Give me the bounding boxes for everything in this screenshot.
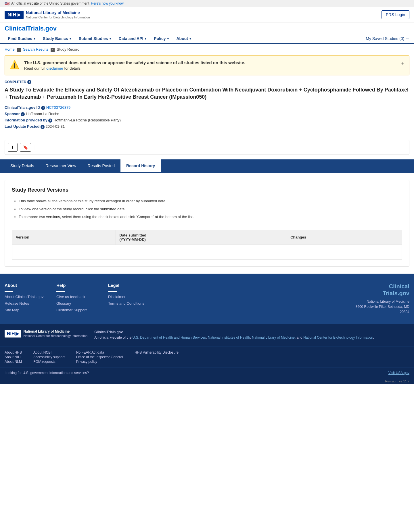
tab-researcher-view[interactable]: Researcher View [40,159,82,173]
footer-hhs-link[interactable]: U.S. Department of Health and Human Serv… [133,335,206,340]
footer-bottom-inner: NIH ▶ National Library of Medicine Natio… [5,329,409,340]
nav-links: Find Studies ▼ Study Basics ▼ Submit Stu… [5,34,409,43]
footer-ncbi-about-link[interactable]: About NCBI [33,350,51,354]
versions-table: Version Date submitted(YYYY-MM-DD) Chang… [12,230,402,259]
ct-nav: ClinicalTrials.gov Find Studies ▼ Study … [0,22,414,44]
nav-find-studies[interactable]: Find Studies ▼ [5,34,39,43]
footer-fear-link[interactable]: No FEAR Act data [76,350,104,354]
footer-ct-logo: Clinical Trials.gov [356,283,409,297]
footer-dark: About About ClinicalTrials.gov Release N… [0,274,414,324]
bookmark-icon: 🔖 [23,145,28,150]
versions-table-container: Version Date submitted(YYYY-MM-DD) Chang… [12,225,402,260]
how-you-know-link[interactable]: Here's how you know [91,1,124,5]
instruction-3: To compare two versions, select them usi… [19,213,402,220]
footer-disclaimer-link[interactable]: Disclaimer [108,295,148,299]
footer-links-col4: HHS Vulnerability Disclosure [135,350,179,364]
footer-inspector-link[interactable]: Office of the Inspector General [76,355,123,359]
nav-about[interactable]: About ▼ [173,34,195,43]
footer-nlm-link[interactable]: National Library of Medicine [252,335,295,340]
footer-bottom-desc: ClinicalTrials.gov An official website o… [94,329,374,340]
breadcrumb-current: Study Record [57,47,79,52]
data-api-dropdown-icon: ▼ [144,37,147,40]
footer-support-link[interactable]: Customer Support [56,308,97,312]
footer-usa-gov-link[interactable]: Visit USA.gov [388,371,409,375]
instruction-1: This table shows all the versions of thi… [19,198,402,204]
us-flag-icon: 🇺🇸 [5,1,9,6]
footer-release-notes-link[interactable]: Release Notes [5,301,45,306]
footer-revision: Revision: v2.11.2 [0,378,414,384]
footer-brand: Clinical Trials.gov National Library of … [356,283,409,314]
footer-feedback-link[interactable]: Give us feedback [56,295,97,299]
col-changes: Changes [287,230,402,245]
breadcrumb-sep-2: › [51,48,55,52]
study-ct-id: ClinicalTrials.gov ID i NCT03726879 [5,105,409,110]
study-info: COMPLETED i A Study To Evaluate the Effi… [0,80,414,135]
card-instructions: This table shows all the versions of thi… [12,198,402,220]
breadcrumb: Home › Search Results › Study Record [0,44,414,55]
footer-vuln-link[interactable]: HHS Vulnerability Disclosure [135,350,179,354]
footer-accessibility-link[interactable]: Accessibility support [33,355,65,359]
footer-ncbi-link[interactable]: National Center for Biotechnology Inform… [303,335,373,340]
gov-bar-text: An official website of the United States… [11,1,89,5]
site-header: NIH ▶ National Library of Medicine Natio… [0,7,414,22]
nih-text: NIH [7,12,16,18]
ct-id-link[interactable]: NCT03726879 [46,105,71,110]
ct-id-info-icon: i [41,106,45,110]
instruction-2: To view one version of the study record,… [19,206,402,212]
nav-study-basics[interactable]: Study Basics ▼ [39,34,75,43]
breadcrumb-search-results[interactable]: Search Results [23,47,48,52]
footer-about-ct-link[interactable]: About ClinicalTrials.gov [5,295,45,299]
download-button[interactable]: ⬇ [8,143,18,152]
col-date: Date submitted(YYYY-MM-DD) [116,230,287,245]
footer-links-col3: No FEAR Act data Office of the Inspector… [76,350,123,364]
prs-login-button[interactable]: PRS Login [382,10,409,19]
footer-links-col2: About NCBI Accessibility support FOIA re… [33,350,65,364]
footer-nih-name: National Library of Medicine [24,329,88,334]
study-title: A Study To Evaluate the Efficacy and Saf… [5,86,409,101]
tab-results-posted[interactable]: Results Posted [82,159,120,173]
bookmark-button[interactable]: 🔖 [20,143,31,152]
nav-data-api[interactable]: Data and API ▼ [115,34,151,43]
download-icon: ⬇ [11,145,14,150]
col-version: Version [12,230,116,245]
sponsor-info-icon: i [21,112,25,116]
footer-foia-link[interactable]: FOIA requests [33,360,55,364]
footer-nih-badge: NIH ▶ [5,330,21,337]
info-provided-icon: i [48,119,52,123]
breadcrumb-home[interactable]: Home [5,47,15,52]
main-content: Study Record Versions This table shows a… [0,173,414,273]
nav-policy[interactable]: Policy ▼ [150,34,173,43]
saved-studies-link[interactable]: My Saved Studies (0) → [366,36,409,41]
footer-privacy-link[interactable]: Privacy policy [76,360,97,364]
study-basics-dropdown-icon: ▼ [69,37,72,40]
footer-site-map-link[interactable]: Site Map [5,308,45,312]
footer-help-heading: Help [56,283,97,288]
nav-submit-studies[interactable]: Submit Studies ▼ [75,34,115,43]
footer-terms-link[interactable]: Terms and Conditions [108,301,148,306]
footer-help-col: Help Give us feedback Glossary Customer … [56,283,97,314]
breadcrumb-sep-1: › [17,48,21,52]
footer-links-col1: About HHS About NIH About NLM [5,350,22,364]
record-history-card: Study Record Versions This table shows a… [5,180,409,266]
footer-address: National Library of Medicine 8600 Rockvi… [356,299,409,314]
warning-banner: ⚠️ The U.S. government does not review o… [5,55,409,75]
footer-nih-logo: NIH ▶ National Library of Medicine Natio… [5,329,87,338]
nih-badge: NIH ▶ [5,11,24,19]
footer-glossary-link[interactable]: Glossary [56,301,97,306]
status-badge: COMPLETED i [5,80,409,84]
footer-nih-link[interactable]: National Institutes of Health [208,335,250,340]
tabs-bar: Study Details Researcher View Results Po… [0,159,414,173]
tab-record-history[interactable]: Record History [120,159,161,173]
footer-nlm-about-link[interactable]: About NLM [5,360,22,364]
footer-dark-inner: About About ClinicalTrials.gov Release N… [5,283,409,314]
warning-expand-button[interactable]: + [401,60,405,67]
footer-legal-underline [108,291,117,292]
footer-usgov: Looking for U.S. government information … [0,367,414,378]
update-info-icon: i [41,125,45,129]
tab-study-details[interactable]: Study Details [5,159,40,173]
footer-nih-info: National Library of Medicine National Ce… [24,329,88,338]
disclaimer-link[interactable]: disclaimer [46,66,63,70]
footer-hhs-about-link[interactable]: About HHS [5,350,22,354]
footer-nih-about-link[interactable]: About NIH [5,355,20,359]
versions-table-body [12,245,402,259]
